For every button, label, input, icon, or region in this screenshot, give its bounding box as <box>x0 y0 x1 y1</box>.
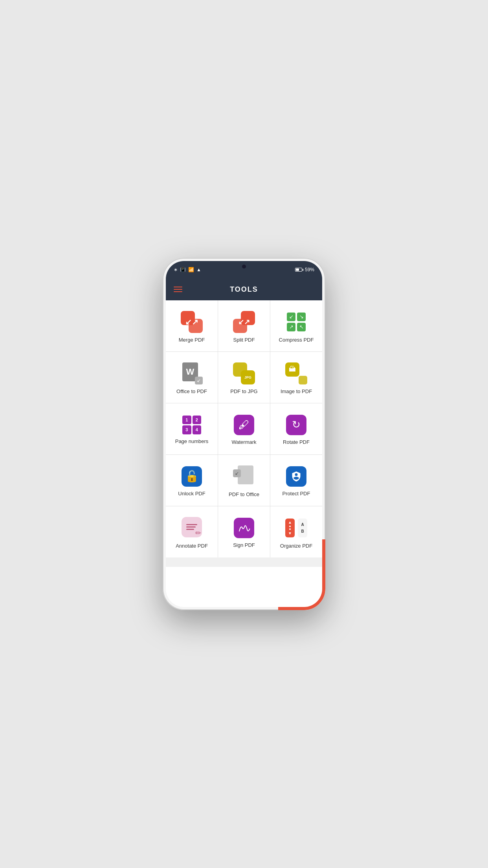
tools-grid: ↙↗ Merge PDF ↙↗ Split PDF <box>166 300 322 557</box>
watermark-label: Watermark <box>231 439 256 445</box>
tool-page-numbers[interactable]: 1 2 3 4 Page numbers <box>166 403 218 454</box>
page-numbers-label: Page numbers <box>175 438 209 444</box>
pdf-to-office-label: PDF to Office <box>229 491 259 497</box>
image-to-pdf-icon: 🏔 <box>285 362 307 384</box>
menu-line-1 <box>174 287 182 287</box>
merge-pdf-icon: ↙↗ <box>181 311 203 333</box>
battery-icon <box>295 268 303 272</box>
office-to-pdf-icon: W ↙ <box>181 362 203 384</box>
protect-pdf-icon <box>286 466 306 487</box>
annotate-pdf-icon: ✏ <box>181 517 203 539</box>
unlock-pdf-icon: 🔓 <box>182 466 202 487</box>
bluetooth-icon: ∗ <box>174 267 178 272</box>
pdf-to-jpg-icon: JPG <box>233 362 255 384</box>
tool-rotate-pdf[interactable]: ↻ Rotate PDF <box>270 403 322 454</box>
compress-pdf-icon: ↙ ↘ ↗ ↖ <box>285 311 307 333</box>
camera <box>242 265 246 268</box>
tools-content: ↙↗ Merge PDF ↙↗ Split PDF <box>166 300 322 607</box>
tool-sign-pdf[interactable]: Sign PDF <box>218 506 270 557</box>
tool-compress-pdf[interactable]: ↙ ↘ ↗ ↖ Compress PDF <box>270 300 322 351</box>
battery-percent: 59% <box>305 267 314 272</box>
page-title: TOOLS <box>230 285 258 294</box>
compress-pdf-label: Compress PDF <box>279 337 314 343</box>
tool-watermark[interactable]: 🖋 Watermark <box>218 403 270 454</box>
split-pdf-icon: ↙↗ <box>233 311 255 333</box>
protect-pdf-label: Protect PDF <box>283 491 310 497</box>
wifi-icon: 📶 <box>188 267 194 272</box>
menu-line-3 <box>174 291 182 292</box>
merge-pdf-label: Merge PDF <box>179 337 205 343</box>
rotate-pdf-icon: ↻ <box>286 415 306 435</box>
rotate-pdf-label: Rotate PDF <box>283 439 310 445</box>
page-numbers-icon: 1 2 3 4 <box>182 416 201 434</box>
organize-pdf-label: Organize PDF <box>280 543 312 549</box>
image-to-pdf-label: Image to PDF <box>281 388 312 394</box>
tool-split-pdf[interactable]: ↙↗ Split PDF <box>218 300 270 351</box>
tool-protect-pdf[interactable]: Protect PDF <box>270 455 322 506</box>
menu-button[interactable] <box>174 287 182 292</box>
annotate-pdf-label: Annotate PDF <box>176 543 208 549</box>
pdf-to-office-icon: ↙ <box>233 465 255 487</box>
signal-icon: ▲ <box>196 267 201 272</box>
tool-pdf-to-jpg[interactable]: JPG PDF to JPG <box>218 352 270 403</box>
split-pdf-label: Split PDF <box>233 337 255 343</box>
status-left: ∗ 📳 📶 ▲ <box>174 267 201 272</box>
tool-pdf-to-office[interactable]: ↙ PDF to Office <box>218 455 270 506</box>
app-header: TOOLS <box>166 278 322 300</box>
bottom-bar <box>166 557 322 567</box>
tool-office-to-pdf[interactable]: W ↙ Office to PDF <box>166 352 218 403</box>
notch <box>228 261 260 272</box>
status-right: 59% <box>295 267 314 272</box>
tool-unlock-pdf[interactable]: 🔓 Unlock PDF <box>166 455 218 506</box>
tool-merge-pdf[interactable]: ↙↗ Merge PDF <box>166 300 218 351</box>
pdf-to-jpg-label: PDF to JPG <box>230 388 257 394</box>
unlock-pdf-label: Unlock PDF <box>178 491 205 497</box>
status-bar: ∗ 📳 📶 ▲ 59% <box>166 261 322 278</box>
menu-line-2 <box>174 289 182 290</box>
office-to-pdf-label: Office to PDF <box>176 388 207 394</box>
sign-pdf-icon <box>234 518 254 538</box>
vibrate-icon: 📳 <box>180 267 186 272</box>
tool-organize-pdf[interactable]: ▲ ▼ A B Organize PDF <box>270 506 322 557</box>
sign-pdf-label: Sign PDF <box>233 542 255 548</box>
organize-pdf-icon: ▲ ▼ A B <box>285 517 307 539</box>
tool-annotate-pdf[interactable]: ✏ Annotate PDF <box>166 506 218 557</box>
watermark-icon: 🖋 <box>234 415 254 435</box>
tool-image-to-pdf[interactable]: 🏔 Image to PDF <box>270 352 322 403</box>
